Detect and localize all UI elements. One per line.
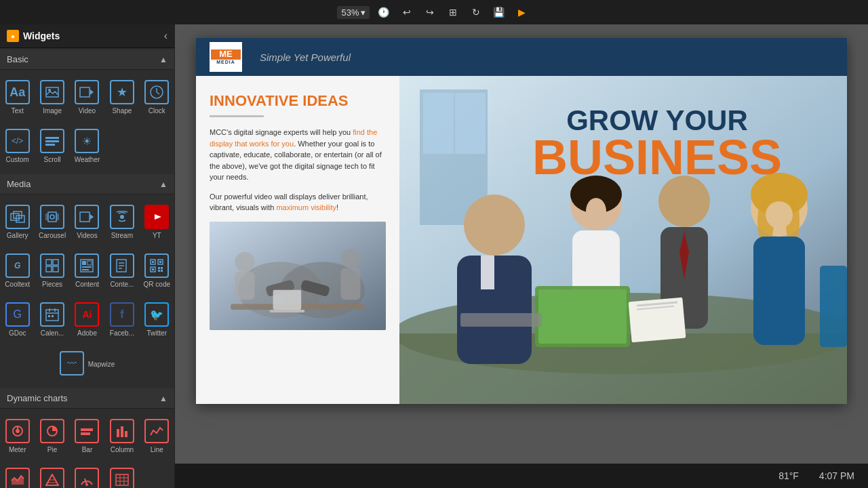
- slide-body-text-1: MCC's digital signage experts will help …: [210, 127, 386, 183]
- widget-stream[interactable]: Stream: [106, 199, 138, 245]
- mapwize-icon: 〰: [60, 351, 84, 375]
- handshake-image: [210, 222, 386, 330]
- meter-icon: [5, 419, 30, 443]
- widget-yt-label: YT: [153, 232, 161, 240]
- widget-pieces[interactable]: Pieces: [36, 247, 68, 293]
- widget-content[interactable]: Content: [71, 247, 103, 293]
- slide-left-panel: INNOVATIVE IDEAS MCC's digital signage e…: [196, 76, 399, 404]
- refresh-button[interactable]: ↻: [467, 3, 485, 21]
- widget-mapwize-label: Mapwize: [88, 361, 115, 369]
- sidebar-collapse-button[interactable]: ‹: [164, 30, 167, 42]
- widget-pie[interactable]: Pie: [36, 413, 68, 459]
- play-button[interactable]: ▶: [513, 3, 531, 21]
- canvas-area: ME MEDIA Simple Yet Powerful INNOVATIVE …: [175, 24, 868, 488]
- widget-line[interactable]: Line: [141, 413, 173, 459]
- widget-mapwize[interactable]: 〰 Mapwize: [1, 345, 173, 383]
- svg-rect-55: [81, 428, 93, 431]
- slide-title: INNOVATIVE IDEAS: [210, 92, 386, 110]
- section-basic[interactable]: Basic ▲: [0, 49, 174, 70]
- slide-divider: [210, 115, 264, 117]
- history-button[interactable]: 🕐: [375, 3, 393, 21]
- facebook-icon: f: [110, 302, 134, 327]
- yt-icon: [144, 205, 169, 229]
- widget-bar[interactable]: Bar: [71, 413, 103, 459]
- widget-gauge[interactable]: Gauge: [71, 462, 103, 488]
- widget-yt[interactable]: YT: [141, 199, 173, 245]
- widget-meter[interactable]: Meter: [1, 413, 33, 459]
- widget-shape[interactable]: ★ Shape: [106, 74, 138, 120]
- widget-pyramid[interactable]: Pyramid: [36, 462, 68, 488]
- video-icon: [75, 80, 99, 104]
- svg-point-16: [50, 215, 54, 219]
- section-media[interactable]: Media ▲: [0, 174, 174, 195]
- pie-icon: [40, 419, 64, 443]
- grid-button[interactable]: ⊞: [444, 3, 462, 21]
- svg-rect-36: [152, 261, 154, 263]
- widget-adobe[interactable]: Ai Adobe: [71, 296, 103, 342]
- widget-content-label: Content: [75, 281, 99, 289]
- widget-clock[interactable]: Clock: [141, 74, 173, 120]
- svg-rect-10: [11, 214, 19, 220]
- scroll-icon: [40, 129, 64, 153]
- widget-carousel[interactable]: Carousel: [36, 199, 68, 245]
- svg-rect-8: [45, 140, 59, 142]
- widget-qrcode[interactable]: QR code: [141, 247, 173, 293]
- section-dynamic-charts-chevron: ▲: [159, 394, 167, 403]
- widget-facebook-label: Faceb...: [110, 329, 134, 338]
- widget-table[interactable]: Table: [106, 462, 138, 488]
- svg-rect-0: [46, 87, 58, 97]
- svg-rect-58: [117, 429, 119, 437]
- widget-qrcode-label: QR code: [144, 281, 170, 289]
- svg-rect-60: [125, 431, 127, 437]
- qrcode-icon: [144, 253, 169, 278]
- pieces-icon: [40, 253, 64, 278]
- zoom-control[interactable]: 53% ▾: [337, 6, 369, 19]
- cooltext-icon: G: [5, 253, 30, 278]
- sidebar-title-label: Widgets: [23, 30, 60, 41]
- widget-gallery[interactable]: Gallery: [1, 199, 33, 245]
- videos-icon: [75, 205, 99, 229]
- save-button[interactable]: 💾: [490, 3, 508, 21]
- widget-text[interactable]: Aa Text: [1, 74, 33, 120]
- widget-scroll[interactable]: Scroll: [36, 123, 68, 169]
- svg-rect-15: [56, 214, 59, 220]
- widget-image[interactable]: Image: [36, 74, 68, 120]
- widget-custom[interactable]: </> Custom: [1, 123, 33, 169]
- svg-rect-49: [48, 315, 50, 317]
- widget-conte-label: Conte...: [110, 281, 134, 289]
- svg-rect-30: [82, 269, 89, 270]
- zoom-chevron: ▾: [361, 7, 366, 18]
- widget-area[interactable]: Area: [1, 462, 33, 488]
- widget-twitter[interactable]: 🐦 Twitter: [141, 296, 173, 342]
- widget-conte[interactable]: Conte...: [106, 247, 138, 293]
- slide-body-text-2: Our powerful video wall displays deliver…: [210, 191, 386, 214]
- redo-button[interactable]: ↪: [421, 3, 439, 21]
- widget-weather[interactable]: ☀ Weather: [71, 123, 103, 169]
- section-dynamic-charts[interactable]: Dynamic charts ▲: [0, 388, 174, 409]
- custom-icon: </>: [5, 129, 30, 153]
- pyramid-icon: [40, 468, 64, 488]
- widget-facebook[interactable]: f Faceb...: [106, 296, 138, 342]
- widget-shape-label: Shape: [112, 107, 132, 115]
- section-dynamic-charts-label: Dynamic charts: [7, 393, 68, 403]
- widget-cooltext[interactable]: G Cooltext: [1, 247, 33, 293]
- widget-calendar[interactable]: Calen...: [36, 296, 68, 342]
- undo-button[interactable]: ↩: [398, 3, 416, 21]
- widget-gdoc[interactable]: G GDoc: [1, 296, 33, 342]
- svg-point-19: [120, 215, 124, 219]
- widget-line-label: Line: [151, 446, 163, 454]
- image-icon: [40, 80, 64, 104]
- svg-rect-40: [152, 268, 154, 270]
- svg-point-76: [235, 251, 254, 271]
- widget-weather-label: Weather: [75, 156, 100, 164]
- widget-video[interactable]: Video: [71, 74, 103, 120]
- main-area: ● Widgets ‹ Basic ▲ Aa Text Image: [0, 24, 868, 488]
- svg-rect-59: [121, 426, 123, 437]
- svg-rect-79: [340, 268, 360, 300]
- widget-column-label: Column: [111, 446, 134, 454]
- widget-videos[interactable]: Videos: [71, 199, 103, 245]
- widget-gdoc-label: GDoc: [9, 329, 26, 338]
- widget-column[interactable]: Column: [106, 413, 138, 459]
- widget-meter-label: Meter: [9, 446, 26, 454]
- svg-rect-109: [753, 237, 805, 345]
